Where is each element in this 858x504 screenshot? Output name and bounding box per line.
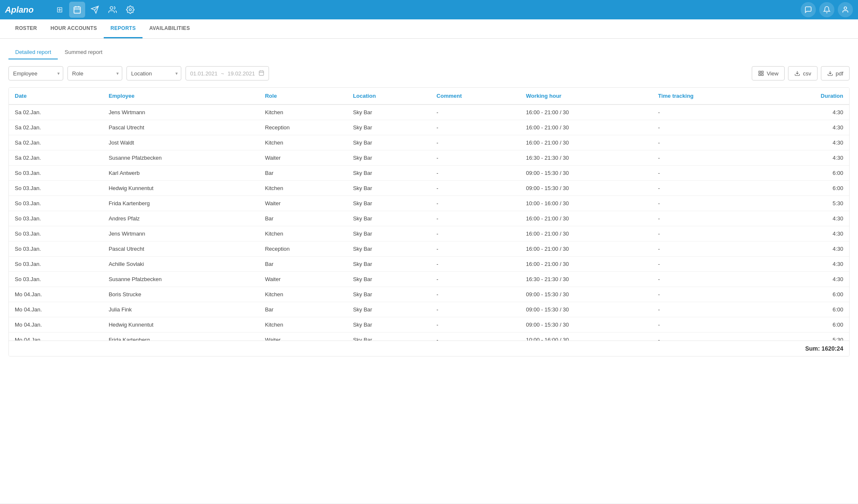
time-tracking-cell: - [652, 272, 767, 287]
duration-cell: 4:30 [767, 272, 849, 287]
table-row: Mo 04.Jan. Hedwig Kunnentut Kitchen Sky … [9, 317, 849, 332]
date-cell: Sa 02.Jan. [9, 150, 103, 166]
comment-cell: - [430, 272, 520, 287]
duration-cell: 5:30 [767, 196, 849, 211]
location-cell: Sky Bar [347, 317, 430, 332]
svg-rect-12 [762, 71, 764, 73]
working-hour-cell: 16:30 - 21:30 / 30 [520, 272, 652, 287]
date-cell: So 03.Jan. [9, 257, 103, 272]
time-tracking-cell: - [652, 302, 767, 317]
svg-rect-7 [259, 71, 264, 75]
location-cell: Sky Bar [347, 226, 430, 241]
subnav-reports[interactable]: REPORTS [104, 19, 143, 38]
employee-cell: Boris Strucke [103, 287, 259, 302]
working-hour-cell: 16:00 - 21:00 / 30 [520, 257, 652, 272]
col-comment[interactable]: Comment [430, 88, 520, 105]
bell-button[interactable] [819, 2, 834, 17]
csv-button[interactable]: csv [788, 66, 818, 80]
employee-cell: Pascal Utrecht [103, 120, 259, 135]
location-cell: Sky Bar [347, 181, 430, 196]
date-cell: So 03.Jan. [9, 181, 103, 196]
svg-point-4 [110, 7, 113, 10]
people-nav-icon[interactable] [105, 2, 121, 18]
location-cell: Sky Bar [347, 166, 430, 181]
tab-detailed-report[interactable]: Detailed report [8, 46, 58, 59]
calendar-nav-icon[interactable] [69, 2, 85, 18]
time-tracking-cell: - [652, 196, 767, 211]
comment-cell: - [430, 166, 520, 181]
table-row: Sa 02.Jan. Susanne Pfalzbecken Waiter Sk… [9, 150, 849, 166]
col-duration[interactable]: Duration [767, 88, 849, 105]
role-cell: Bar [259, 302, 347, 317]
comment-cell: - [430, 120, 520, 135]
date-range-picker[interactable]: 01.01.2021 ~ 19.02.2021 [186, 66, 269, 80]
working-hour-cell: 16:00 - 21:00 / 30 [520, 241, 652, 257]
employee-cell: Pascal Utrecht [103, 241, 259, 257]
working-hour-cell: 16:00 - 21:00 / 30 [520, 105, 652, 120]
location-cell: Sky Bar [347, 332, 430, 341]
table-row: So 03.Jan. Karl Antwerb Bar Sky Bar - 09… [9, 166, 849, 181]
role-cell: Waiter [259, 272, 347, 287]
role-filter[interactable]: Role [67, 66, 122, 80]
location-cell: Sky Bar [347, 211, 430, 226]
grid-nav-icon[interactable]: ⊞ [51, 2, 67, 18]
time-tracking-cell: - [652, 105, 767, 120]
date-cell: So 03.Jan. [9, 272, 103, 287]
table-row: So 03.Jan. Hedwig Kunnentut Kitchen Sky … [9, 181, 849, 196]
subnav-availabilities[interactable]: AVAILABILITIES [143, 19, 196, 38]
duration-cell: 4:30 [767, 120, 849, 135]
view-button[interactable]: View [752, 66, 785, 80]
employee-cell: Julia Fink [103, 302, 259, 317]
employee-cell: Jost Waldt [103, 135, 259, 150]
working-hour-cell: 10:00 - 16:00 / 30 [520, 332, 652, 341]
user-button[interactable] [838, 2, 853, 17]
subnav-hour-accounts[interactable]: HOUR ACCOUNTS [44, 19, 104, 38]
svg-point-5 [129, 9, 132, 11]
comment-cell: - [430, 226, 520, 241]
date-separator: ~ [221, 70, 224, 77]
pdf-label: pdf [836, 70, 843, 77]
col-working-hour[interactable]: Working hour [520, 88, 652, 105]
sum-label: Sum: [805, 345, 822, 352]
employee-filter[interactable]: Employee [8, 66, 63, 80]
col-location[interactable]: Location [347, 88, 430, 105]
date-from: 01.01.2021 [190, 70, 218, 77]
location-filter[interactable]: Location [126, 66, 181, 80]
time-tracking-cell: - [652, 317, 767, 332]
role-cell: Waiter [259, 196, 347, 211]
employee-cell: Jens Wirtmann [103, 105, 259, 120]
employee-cell: Andres Pfalz [103, 211, 259, 226]
plane-nav-icon[interactable] [87, 2, 103, 18]
working-hour-cell: 16:00 - 21:00 / 30 [520, 211, 652, 226]
subnav-roster[interactable]: ROSTER [8, 19, 44, 38]
pdf-button[interactable]: pdf [821, 66, 850, 80]
role-cell: Waiter [259, 332, 347, 341]
filters-bar: Employee Role Location 01.01.2021 ~ 19.0… [8, 66, 850, 80]
col-role[interactable]: Role [259, 88, 347, 105]
date-cell: Sa 02.Jan. [9, 135, 103, 150]
role-filter-wrapper: Role [67, 66, 122, 80]
date-cell: So 03.Jan. [9, 196, 103, 211]
tab-summed-report[interactable]: Summed report [58, 46, 109, 59]
app-logo: Aplano [5, 5, 43, 15]
duration-cell: 5:30 [767, 332, 849, 341]
top-nav: Aplano ⊞ [0, 0, 858, 19]
time-tracking-cell: - [652, 211, 767, 226]
duration-cell: 4:30 [767, 150, 849, 166]
table-scroll[interactable]: Date Employee Role Location Comment Work… [9, 88, 849, 340]
chat-button[interactable] [801, 2, 816, 17]
gear-nav-icon[interactable] [122, 2, 138, 18]
employee-cell: Frida Kartenberg [103, 332, 259, 341]
working-hour-cell: 16:00 - 21:00 / 30 [520, 120, 652, 135]
table-row: So 03.Jan. Frida Kartenberg Waiter Sky B… [9, 196, 849, 211]
working-hour-cell: 09:00 - 15:30 / 30 [520, 181, 652, 196]
col-time-tracking[interactable]: Time tracking [652, 88, 767, 105]
time-tracking-cell: - [652, 181, 767, 196]
location-filter-wrapper: Location [126, 66, 181, 80]
time-tracking-cell: - [652, 120, 767, 135]
table-row: Sa 02.Jan. Jost Waldt Kitchen Sky Bar - … [9, 135, 849, 150]
col-date[interactable]: Date [9, 88, 103, 105]
location-cell: Sky Bar [347, 196, 430, 211]
table-row: So 03.Jan. Susanne Pfalzbecken Waiter Sk… [9, 272, 849, 287]
col-employee[interactable]: Employee [103, 88, 259, 105]
